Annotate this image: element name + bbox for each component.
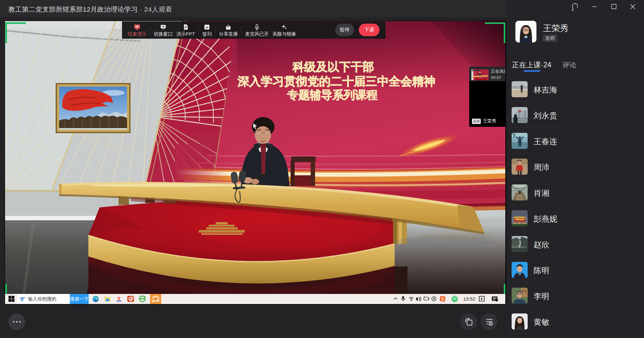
svg-text:P: P xyxy=(185,26,187,29)
svg-text:科级及以下干部: 科级及以下干部 xyxy=(292,60,374,73)
svg-text:深入学习贯彻党的二十届三中全会精神: 深入学习贯彻党的二十届三中全会精神 xyxy=(237,75,436,88)
svg-text:13:52: 13:52 xyxy=(463,296,475,301)
svg-text:e: e xyxy=(21,295,24,303)
svg-text:63: 63 xyxy=(453,297,457,301)
svg-text:专题辅导系列课程: 专题辅导系列课程 xyxy=(287,88,378,101)
svg-text:S: S xyxy=(441,296,444,301)
svg-text:文: 文 xyxy=(116,296,121,301)
